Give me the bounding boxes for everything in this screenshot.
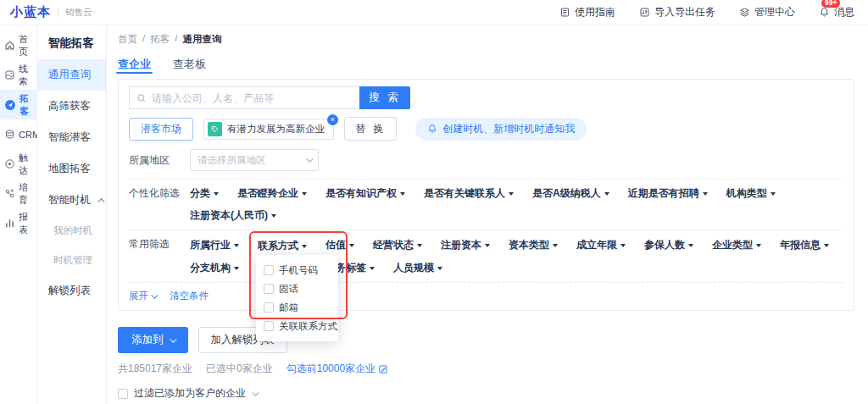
filter-dropdown-是否有关键联系人[interactable]: 是否有关键联系人 [424,186,514,201]
rail-item-触达[interactable]: 触达 [0,149,36,179]
region-label: 所属地区 [129,153,190,168]
filter-dropdown-label: 是否瞪羚企业 [237,186,298,201]
clear-conditions-link[interactable]: 清空条件 [170,290,209,302]
sidebar-item-地图拓客[interactable]: 地图拓客 [37,153,106,185]
filter-dropdown-label: 注册资本 [441,238,481,252]
replace-button[interactable]: 替 换 [344,117,397,141]
checkbox-icon[interactable] [264,284,274,294]
bell-icon [819,7,830,18]
pick-top-link[interactable]: 勾选前10000家企业 [287,362,388,376]
filter-dropdown-近期是否有招聘[interactable]: 近期是否有招聘 [628,186,708,201]
filter-dropdown-是否瞪羚企业[interactable]: 是否瞪羚企业 [237,186,307,201]
filter-dropdown-机构类型[interactable]: 机构类型 [726,186,776,201]
filter-dropdown-label: 是否有知识产权 [326,186,397,201]
import-export-icon [639,7,650,18]
filter-added-toggle[interactable]: 过滤已添加为客户的企业 [107,376,868,401]
checkbox-icon[interactable] [264,302,274,313]
sidebar-list: 通用查询高筛获客智能潜客地图拓客智能时机我的时机时机管理解锁列表 [37,59,106,307]
filter-dropdown-资本类型[interactable]: 资本类型 [509,237,558,253]
filter-dropdown-注册资本(人民币)[interactable]: 注册资本(人民币) [190,208,276,223]
caret-down-icon [485,244,490,247]
sidebar-item-通用查询[interactable]: 通用查询 [37,59,106,91]
caret-down-icon [349,244,354,247]
dropdown-option-label: 邮箱 [279,302,298,314]
filter-dropdown-估值[interactable]: 估值 [326,237,354,253]
filter-dropdown-参保人数[interactable]: 参保人数 [644,237,693,253]
topbar-item-label: 使用指南 [575,5,615,19]
search-input[interactable] [152,92,353,104]
region-select[interactable]: 请选择所属地区 [190,149,319,171]
topbar-item-label: 导入导出任务 [654,5,715,19]
dropdown-option-关联联系方式[interactable]: 关联联系方式 [264,317,331,335]
filter-dropdown-分支机构[interactable]: 分支机构 [190,261,239,275]
close-icon[interactable]: × [327,114,338,125]
filter-dropdown-年报信息[interactable]: 年报信息 [780,237,829,253]
filter-dropdown-label: 注册资本(人民币) [190,208,268,223]
logo-divider [58,8,58,18]
add-to-button[interactable]: 添加到 [118,327,188,353]
personal-filter-row: 个性化筛选 分类是否瞪羚企业是否有知识产权是否有关键联系人是否A级纳税人近期是否… [129,179,843,230]
sidebar-item-时机管理[interactable]: 时机管理 [37,246,106,275]
caret-down-icon [509,192,514,196]
chevron-down-icon [252,389,259,396]
sidebar-item-高筛获客[interactable]: 高筛获客 [37,91,106,122]
breadcrumb-item[interactable]: 首页 [118,33,137,46]
filter-dropdown-经营状态[interactable]: 经营状态 [373,237,422,253]
sidebar-item-label: 高筛获客 [48,99,91,113]
caret-down-icon [271,214,276,218]
topbar-item-导入导出任务[interactable]: 导入导出任务 [639,5,715,19]
dropdown-option-固话[interactable]: 固话 [264,279,331,298]
sidebar-item-解锁列表[interactable]: 解锁列表 [37,275,106,307]
total-count: 共185017家企业 [118,362,192,376]
rail-item-培育[interactable]: 培育 [0,179,36,208]
chevron-down-icon [151,291,158,298]
checkbox-icon[interactable] [264,265,274,275]
crm-icon [4,129,15,140]
sidebar-item-我的时机[interactable]: 我的时机 [37,216,106,246]
query-builder-card: 搜 索 潜客市场 有潜力发展为高新企业 × 替 换 [118,79,854,311]
topbar-item-使用指南[interactable]: 使用指南 [559,5,615,19]
checkbox-icon[interactable] [264,321,274,331]
topbar-item-管理中心[interactable]: 管理中心 [739,5,795,19]
filter-dropdown-label: 人员规模 [393,261,434,275]
caret-down-icon [604,192,609,196]
sidebar-item-智能时机[interactable]: 智能时机 [37,185,106,216]
caret-down-icon [771,192,776,196]
filter-dropdown-注册资本[interactable]: 注册资本 [441,237,490,253]
filter-dropdown-成立年限[interactable]: 成立年限 [576,237,626,253]
rail-item-首页[interactable]: 首页 [0,30,36,60]
market-chip[interactable]: 潜客市场 [129,118,193,141]
sidebar-item-label: 我的时机 [53,224,92,237]
search-button[interactable]: 搜 索 [359,86,410,109]
rail-item-CRM[interactable]: CRM [0,119,36,149]
notify-pill[interactable]: 创建时机、新增时机时通知我 [415,118,587,141]
filter-dropdown-联系方式[interactable]: 联系方式 [258,239,307,253]
expand-link[interactable]: 展开 [129,290,156,302]
selected-tag[interactable]: 有潜力发展为高新企业 × [203,119,334,140]
filter-dropdown-人员规模[interactable]: 人员规模 [393,261,442,275]
filter-dropdown-label: 经营状态 [373,238,414,252]
filter-added-checkbox[interactable] [118,389,128,399]
filter-dropdown-分类[interactable]: 分类 [190,186,219,201]
nav-rail: 首页线索拓客CRM触达培育报表 [0,25,37,404]
nurture-icon [4,188,15,199]
tab-查企业[interactable]: 查企业 [118,57,151,75]
rail-item-报表[interactable]: 报表 [0,208,36,238]
common-filters-label: 常用筛选 [129,237,190,252]
rail-item-拓客[interactable]: 拓客 [0,90,36,119]
filter-dropdown-是否有知识产权[interactable]: 是否有知识产权 [326,186,405,201]
breadcrumb-item[interactable]: 拓客 [150,33,170,46]
filter-dropdown-企业类型[interactable]: 企业类型 [712,237,761,253]
filter-dropdown-label: 估值 [326,238,346,252]
topbar-item-label: 管理中心 [754,5,795,19]
filter-dropdown-是否A级纳税人[interactable]: 是否A级纳税人 [532,186,609,201]
sidebar-item-智能潜客[interactable]: 智能潜客 [37,122,106,153]
dropdown-option-邮箱[interactable]: 邮箱 [264,298,331,317]
topbar-item-消息[interactable]: 消息99+ [819,5,854,19]
dropdown-option-手机号码[interactable]: 手机号码 [264,261,331,279]
rail-item-label: 培育 [19,181,36,207]
filter-dropdown-所属行业[interactable]: 所属行业 [190,237,239,253]
breadcrumb-item: 通用查询 [182,33,221,46]
rail-item-线索[interactable]: 线索 [0,60,36,90]
tab-查老板[interactable]: 查老板 [173,57,206,75]
